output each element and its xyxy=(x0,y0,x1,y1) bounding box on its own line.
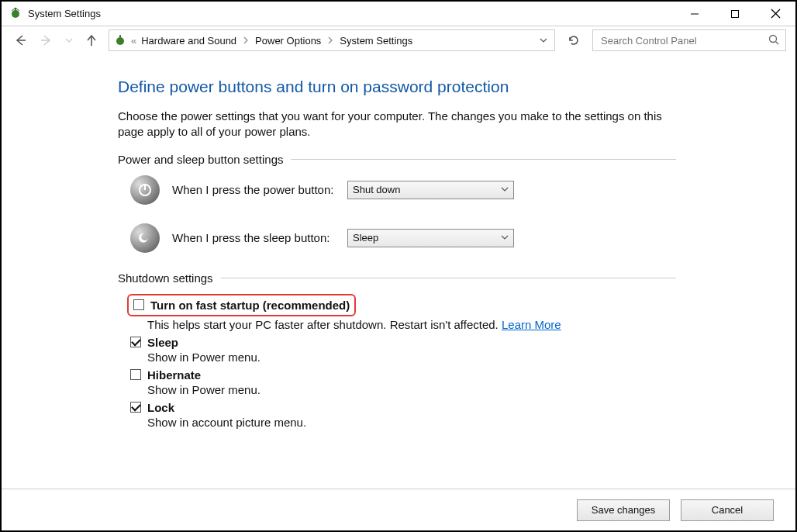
chevron-down-icon xyxy=(501,232,509,244)
window-controls xyxy=(675,2,795,26)
chevron-right-icon xyxy=(324,36,336,44)
svg-rect-10 xyxy=(119,35,121,39)
refresh-button[interactable] xyxy=(563,29,585,51)
sleep-option: Sleep Show in Power menu. xyxy=(130,336,795,364)
section-power-sleep: Power and sleep button settings xyxy=(118,153,676,166)
page-title: Define power buttons and turn on passwor… xyxy=(118,78,795,96)
chevron-down-icon[interactable] xyxy=(537,36,550,44)
svg-line-12 xyxy=(776,41,779,44)
minimize-button[interactable] xyxy=(675,2,715,26)
recent-dropdown[interactable] xyxy=(64,31,74,50)
lock-label: Lock xyxy=(147,401,174,414)
up-button[interactable] xyxy=(82,31,101,50)
chevron-left-double-icon: « xyxy=(131,35,136,47)
learn-more-link[interactable]: Learn More xyxy=(502,318,561,331)
control-panel-icon xyxy=(114,33,126,48)
search-icon xyxy=(768,34,779,47)
fast-startup-checkbox[interactable] xyxy=(133,299,144,310)
sleep-button-label: When I press the sleep button: xyxy=(172,231,335,244)
dropdown-value: Sleep xyxy=(353,232,378,244)
cancel-button[interactable]: Cancel xyxy=(681,499,774,521)
page-description: Choose the power settings that you want … xyxy=(118,109,676,140)
lock-option: Lock Show in account picture menu. xyxy=(130,401,795,429)
svg-rect-3 xyxy=(732,10,739,17)
save-button[interactable]: Save changes xyxy=(577,499,670,521)
divider xyxy=(221,278,676,278)
close-button[interactable] xyxy=(755,2,795,26)
breadcrumb-item-system[interactable]: System Settings xyxy=(340,35,412,47)
back-button[interactable] xyxy=(11,31,29,50)
breadcrumb[interactable]: « Hardware and Sound Power Options Syste… xyxy=(109,29,555,51)
app-icon xyxy=(9,6,22,21)
sleep-button-dropdown[interactable]: Sleep xyxy=(347,229,514,247)
forward-button[interactable] xyxy=(37,31,56,50)
sleep-icon xyxy=(130,223,160,253)
breadcrumb-item-hardware[interactable]: Hardware and Sound xyxy=(141,35,236,47)
fast-startup-desc-text: This helps start your PC faster after sh… xyxy=(147,318,502,331)
search-field[interactable] xyxy=(599,34,779,47)
chevron-down-icon xyxy=(501,184,509,195)
footer: Save changes Cancel xyxy=(2,489,795,530)
section-shutdown: Shutdown settings xyxy=(118,271,676,285)
sleep-label: Sleep xyxy=(147,336,178,349)
breadcrumb-item-power[interactable]: Power Options xyxy=(255,35,321,47)
section-heading-label: Shutdown settings xyxy=(118,271,213,285)
section-heading-label: Power and sleep button settings xyxy=(118,153,283,166)
power-button-dropdown[interactable]: Shut down xyxy=(347,181,514,199)
sleep-desc: Show in Power menu. xyxy=(147,351,795,364)
system-settings-window: System Settings xyxy=(0,0,797,532)
hibernate-checkbox[interactable] xyxy=(130,369,141,380)
hibernate-option: Hibernate Show in Power menu. xyxy=(130,368,795,396)
svg-point-11 xyxy=(770,35,777,42)
chevron-right-icon xyxy=(240,36,252,44)
power-icon xyxy=(130,175,160,205)
content-area: Define power buttons and turn on passwor… xyxy=(2,54,795,489)
lock-desc: Show in account picture menu. xyxy=(147,416,795,429)
fast-startup-label: Turn on fast startup (recommended) xyxy=(150,299,350,312)
fast-startup-highlight: Turn on fast startup (recommended) xyxy=(127,294,356,316)
window-title: System Settings xyxy=(28,8,675,19)
hibernate-desc: Show in Power menu. xyxy=(147,383,795,396)
navbar: « Hardware and Sound Power Options Syste… xyxy=(2,26,795,54)
dropdown-value: Shut down xyxy=(353,184,400,195)
fast-startup-desc: This helps start your PC faster after sh… xyxy=(147,318,795,331)
sleep-checkbox[interactable] xyxy=(130,337,141,347)
divider xyxy=(291,159,676,160)
sleep-button-row: When I press the sleep button: Sleep xyxy=(130,223,795,253)
power-button-label: When I press the power button: xyxy=(172,183,335,196)
titlebar: System Settings xyxy=(2,2,795,26)
lock-checkbox[interactable] xyxy=(130,402,141,413)
hibernate-label: Hibernate xyxy=(147,368,201,382)
search-input[interactable] xyxy=(592,29,786,51)
maximize-button[interactable] xyxy=(715,2,755,26)
power-button-row: When I press the power button: Shut down xyxy=(130,175,795,205)
